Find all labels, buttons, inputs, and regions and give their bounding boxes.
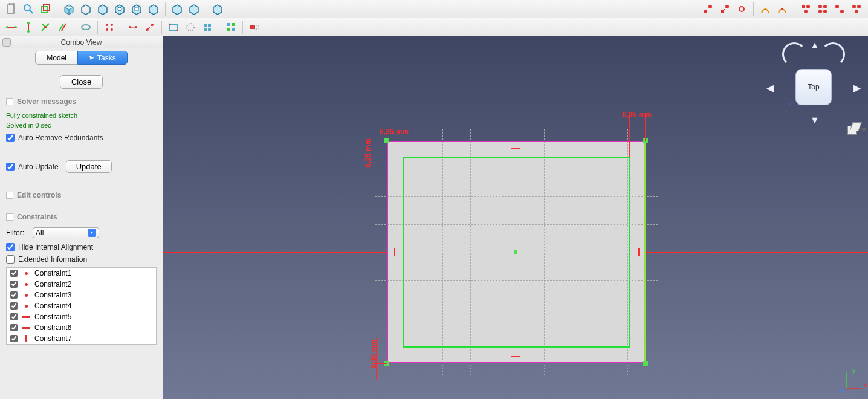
svg-point-27 — [6, 26, 8, 28]
part-box8-icon[interactable] — [186, 2, 202, 16]
list-item[interactable]: Constraint7 — [7, 333, 156, 344]
constr-tan-icon[interactable] — [78, 20, 94, 34]
section-edit-controls[interactable]: Edit controls — [6, 191, 157, 199]
constraint-visibility-checkbox[interactable] — [10, 270, 18, 277]
constr-eq-icon[interactable] — [102, 20, 117, 34]
list-item[interactable]: Constraint2 — [7, 279, 156, 290]
constraint-visibility-checkbox[interactable] — [10, 313, 18, 320]
dimension-label[interactable]: 6,35 mm — [623, 111, 652, 119]
hide-internal-alignment-checkbox[interactable] — [6, 243, 15, 251]
dimension-label[interactable]: 6,35 mm — [380, 128, 409, 136]
tool-arc-icon[interactable] — [774, 2, 790, 16]
tool-red5-icon[interactable] — [815, 2, 831, 16]
constr-block-icon[interactable] — [142, 20, 158, 34]
tool-red6-icon[interactable] — [832, 2, 847, 16]
constr-h-icon[interactable] — [4, 20, 19, 34]
part-box7-icon[interactable] — [169, 2, 185, 16]
tab-tasks[interactable]: Tasks — [77, 51, 128, 65]
constr-v-icon[interactable] — [21, 20, 36, 34]
svg-point-37 — [111, 24, 113, 26]
constraint-name: Constraint1 — [34, 269, 71, 277]
view-menu-cube-icon[interactable] — [847, 122, 861, 135]
svg-rect-53 — [208, 28, 211, 31]
tool-red2-icon[interactable] — [717, 2, 733, 16]
vertex-icon[interactable] — [643, 138, 648, 143]
sk-toggle-icon[interactable] — [247, 20, 262, 34]
svg-point-31 — [27, 30, 30, 33]
svg-point-25 — [855, 10, 858, 13]
part-box2-icon[interactable] — [78, 2, 94, 16]
sk-circ-icon[interactable] — [183, 20, 198, 34]
vertical-constraint-icon — [638, 248, 640, 256]
part-box3-icon[interactable] — [95, 2, 111, 16]
axis-gizmo: y x z — [839, 370, 863, 394]
tool-red7-icon[interactable] — [849, 2, 864, 16]
tool-doc-icon[interactable] — [4, 2, 19, 16]
tab-model[interactable]: Model — [35, 51, 77, 65]
nav-left-arrow-icon[interactable]: ◀ — [766, 82, 774, 94]
navigation-cube[interactable]: ▲ ▼ ◀ ▶ Top z — [765, 40, 862, 137]
section-solver-messages[interactable]: Solver messages — [6, 97, 157, 106]
part-box-icon[interactable] — [61, 2, 77, 16]
close-button[interactable]: Close — [60, 75, 103, 89]
tool-box-green-icon[interactable] — [37, 2, 53, 16]
constraint-visibility-checkbox[interactable] — [10, 291, 18, 299]
nav-down-arrow-icon[interactable]: ▼ — [810, 115, 820, 126]
auto-update-checkbox[interactable] — [6, 163, 15, 171]
constraint-visibility-checkbox[interactable] — [10, 324, 18, 331]
nav-cube-face[interactable]: Top — [795, 69, 832, 105]
svg-point-15 — [806, 5, 810, 8]
part-box6-icon[interactable] — [146, 2, 161, 16]
svg-point-16 — [804, 10, 808, 13]
auto-remove-redundants-checkbox[interactable] — [6, 134, 15, 142]
origin-point-icon[interactable] — [514, 250, 517, 254]
extended-information-label: Extended Information — [18, 255, 87, 264]
sk-rect-icon[interactable] — [166, 20, 181, 34]
list-item[interactable]: Constraint1 — [7, 268, 156, 279]
nav-right-arrow-icon[interactable]: ▶ — [853, 82, 861, 94]
svg-point-19 — [818, 10, 822, 13]
svg-rect-3 — [42, 7, 48, 13]
panel-tabs: Model Tasks — [0, 48, 163, 65]
section-constraints[interactable]: Constraints — [6, 213, 157, 221]
part-box9-icon[interactable] — [210, 2, 225, 16]
constraint-name: Constraint6 — [34, 323, 71, 332]
sk-arr-icon[interactable] — [199, 20, 215, 34]
viewport-3d[interactable]: 6,35 mm 6,35 mm 6,35 mm 6,35 mm ▲ ▼ ◀ ▶ … — [163, 36, 868, 399]
coincident-icon — [25, 272, 28, 275]
svg-line-45 — [146, 23, 154, 31]
dimension-label[interactable]: 6,35 mm — [364, 138, 372, 167]
part-box5-icon[interactable] — [129, 2, 144, 16]
dimension-label[interactable]: 6,35 mm — [370, 339, 378, 368]
constr-par-icon[interactable] — [54, 20, 70, 34]
constr-perp-icon[interactable] — [37, 20, 53, 34]
tool-zoom-icon[interactable] — [21, 2, 36, 16]
dock-button[interactable] — [2, 38, 11, 47]
auto-remove-redundants-label: Auto Remove Redundants — [18, 134, 103, 142]
tool-red1-icon[interactable] — [700, 2, 716, 16]
svg-point-47 — [169, 23, 171, 25]
list-item[interactable]: Constraint5 — [7, 311, 156, 322]
list-item[interactable]: Constraint6 — [7, 322, 156, 333]
constraint-visibility-checkbox[interactable] — [10, 302, 18, 310]
filter-select[interactable]: All ▾ — [33, 227, 99, 238]
list-item[interactable]: Constraint3 — [7, 290, 156, 300]
update-button[interactable]: Update — [66, 160, 112, 173]
nav-up-arrow-icon[interactable]: ▲ — [810, 40, 820, 51]
constraint-visibility-checkbox[interactable] — [10, 335, 18, 342]
sk-arr2-icon[interactable] — [223, 20, 239, 34]
extended-information-checkbox[interactable] — [6, 255, 15, 264]
tool-orange-icon[interactable] — [757, 2, 773, 16]
svg-rect-58 — [250, 25, 255, 29]
tool-red3-icon[interactable] — [734, 2, 750, 16]
svg-point-35 — [82, 25, 90, 30]
constraint-visibility-checkbox[interactable] — [10, 281, 18, 288]
part-box4-icon[interactable] — [112, 2, 128, 16]
constr-sym-icon[interactable] — [125, 20, 141, 34]
tool-red4-icon[interactable] — [798, 2, 814, 16]
hide-internal-alignment-label: Hide Internal Alignment — [18, 243, 93, 251]
list-item[interactable]: Constraint4 — [7, 300, 156, 311]
vertex-icon[interactable] — [643, 361, 648, 366]
auto-update-label: Auto Update — [18, 163, 59, 171]
constraint-name: Constraint2 — [34, 280, 71, 288]
